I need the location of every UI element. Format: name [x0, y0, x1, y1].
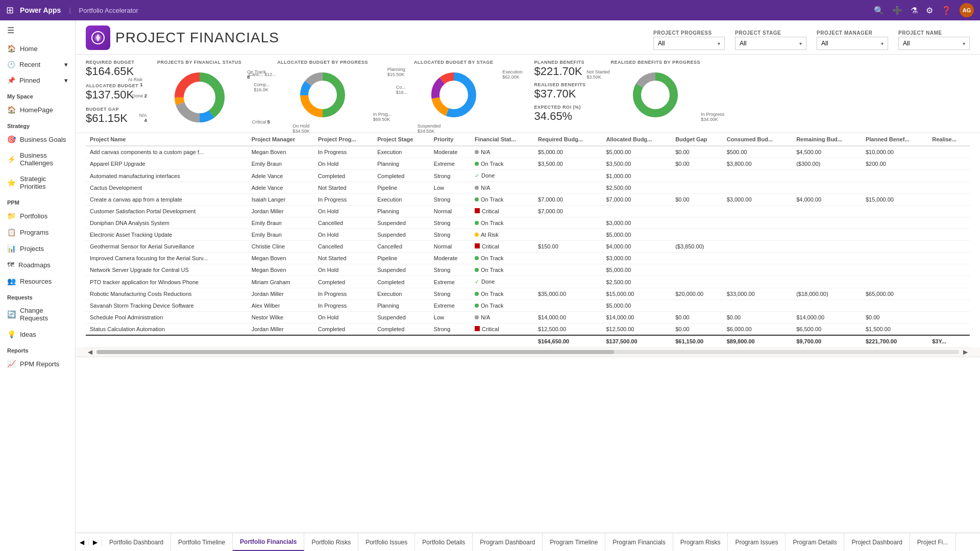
- tab-portfolio-risks[interactable]: Portfolio Risks: [304, 533, 358, 551]
- table-row[interactable]: Improved Camera focusing for the Aerial …: [86, 253, 970, 264]
- col-project-stage[interactable]: Project Stage: [373, 133, 430, 146]
- tab-portfolio-timeline[interactable]: Portfolio Timeline: [171, 533, 233, 551]
- tab-portfolio-issues[interactable]: Portfolio Issues: [358, 533, 415, 551]
- cell-project-name: Network Server Upgrade for Central US: [86, 264, 248, 276]
- col-remaining-budget[interactable]: Remaining Bud...: [792, 133, 862, 146]
- table-row[interactable]: Schedule Pool Administration Nestor Wilk…: [86, 312, 970, 323]
- table-row[interactable]: Customer Satisfaction Portal Development…: [86, 206, 970, 217]
- table-row[interactable]: Automated manufacturing interfaces Adele…: [86, 170, 970, 182]
- table-row[interactable]: Robotic Manufacturing Costs Reductions J…: [86, 288, 970, 300]
- cell-project-name: Create a canvas app from a template: [86, 194, 248, 206]
- sidebar-item-strategic-priorities[interactable]: ⭐ Strategic Priorities: [0, 171, 75, 194]
- tab-program-issues[interactable]: Program Issues: [728, 533, 786, 551]
- sidebar-item-home[interactable]: 🏠 Home: [0, 40, 75, 57]
- cell-consumed: [723, 217, 793, 229]
- col-project-name[interactable]: Project Name: [86, 133, 248, 146]
- project-manager-select[interactable]: All ▾: [817, 37, 888, 50]
- table-row[interactable]: Geothermal Sensor for Aerial Surveillanc…: [86, 241, 970, 253]
- col-allocated-budget[interactable]: Allocated Budg...: [602, 133, 671, 146]
- cell-progress: On Hold: [314, 312, 373, 323]
- sidebar-item-portfolios[interactable]: 📁 Portfolios: [0, 208, 75, 224]
- sidebar-item-pinned[interactable]: 📌Pinned ▾: [0, 72, 75, 88]
- cell-priority: Normal: [430, 241, 471, 253]
- col-realised[interactable]: Realise...: [928, 133, 970, 146]
- settings-icon[interactable]: ⚙: [926, 6, 933, 15]
- total-planned: $221,700.00: [862, 335, 928, 347]
- sidebar-item-homepage[interactable]: 🏠 HomePage: [0, 102, 75, 118]
- sidebar-item-business-challenges[interactable]: ⚡ Business Challenges: [0, 147, 75, 171]
- table-row[interactable]: Apparel ERP Upgrade Emily Braun On Hold …: [86, 158, 970, 170]
- search-icon[interactable]: 🔍: [874, 6, 884, 15]
- project-progress-select[interactable]: All ▾: [653, 37, 725, 50]
- cell-progress: Not Started: [314, 182, 373, 194]
- total-req-budget: $164,650.00: [534, 335, 602, 347]
- sidebar-item-resources[interactable]: 👥 Resources: [0, 273, 75, 289]
- sidebar-item-ideas[interactable]: 💡 Ideas: [0, 326, 75, 342]
- table-row[interactable]: Doniphan DNA Analysis System Emily Braun…: [86, 217, 970, 229]
- help-icon[interactable]: ❓: [941, 6, 951, 15]
- sidebar-item-programs[interactable]: 📋 Programs: [0, 224, 75, 240]
- cell-stage: Pipeline: [373, 253, 430, 264]
- cell-alloc-budget: $1,000.00: [602, 170, 671, 182]
- tab-program-risks[interactable]: Program Risks: [673, 533, 728, 551]
- table-row[interactable]: Status Calculation Automation Jordan Mil…: [86, 323, 970, 336]
- scroll-track[interactable]: [96, 350, 959, 354]
- col-consumed-budget[interactable]: Consumed Bud...: [723, 133, 793, 146]
- cell-req-budget: $7,000.00: [534, 194, 602, 206]
- pin-icon: 📌: [7, 77, 15, 84]
- col-priority[interactable]: Priority: [430, 133, 471, 146]
- filter-project-progress: PROJECT PROGRESS All ▾: [653, 30, 725, 50]
- avatar[interactable]: AG: [960, 3, 974, 17]
- table-row[interactable]: Network Server Upgrade for Central US Me…: [86, 264, 970, 276]
- cell-consumed: $3,000.00: [723, 194, 793, 206]
- tab-project-dashboard[interactable]: Project Dashboard: [844, 533, 910, 551]
- cell-remaining: [792, 241, 862, 253]
- cell-req-budget: $35,000.00: [534, 288, 602, 300]
- table-row[interactable]: Electronic Asset Tracking Update Emily B…: [86, 229, 970, 241]
- tab-program-timeline[interactable]: Program Timeline: [543, 533, 605, 551]
- waffle-icon[interactable]: ⊞: [6, 5, 14, 16]
- col-required-budget[interactable]: Required Budg...: [534, 133, 602, 146]
- tab-scroll-left[interactable]: ◀: [76, 539, 89, 546]
- table-row[interactable]: Cactus Development Adele Vance Not Start…: [86, 182, 970, 194]
- tab-portfolio-details[interactable]: Portfolio Details: [415, 533, 473, 551]
- ppm-label: PPM: [0, 194, 75, 208]
- sidebar-item-projects[interactable]: 📊 Projects: [0, 240, 75, 257]
- cell-manager: Emily Braun: [248, 217, 314, 229]
- tab-portfolio-financials[interactable]: Portfolio Financials: [233, 533, 304, 551]
- hamburger-menu[interactable]: ☰: [0, 20, 75, 40]
- table-row[interactable]: Add canvas components to a custom page f…: [86, 146, 970, 158]
- tab-portfolio-dashboard[interactable]: Portfolio Dashboard: [102, 533, 171, 551]
- project-stage-select[interactable]: All ▾: [735, 37, 806, 50]
- scroll-left-arrow[interactable]: ◀: [86, 348, 94, 356]
- sidebar-item-recent[interactable]: 🕐Recent ▾: [0, 57, 75, 72]
- project-name-select[interactable]: All ▾: [898, 37, 970, 50]
- col-project-progress[interactable]: Project Prog...: [314, 133, 373, 146]
- sidebar-item-business-goals[interactable]: 🎯 Business Goals: [0, 131, 75, 147]
- col-project-manager[interactable]: Project Manager: [248, 133, 314, 146]
- table-row[interactable]: Create a canvas app from a template Isai…: [86, 194, 970, 206]
- page-title-area: PROJECT FINANCIALS: [86, 26, 279, 50]
- add-icon[interactable]: ➕: [892, 6, 902, 15]
- sidebar-item-roadmaps[interactable]: 🗺 Roadmaps: [0, 257, 75, 273]
- cell-manager: Jordan Miller: [248, 288, 314, 300]
- budget-gap-kpi: BUDGET GAP $61.15K: [86, 107, 147, 125]
- col-planned-benefits[interactable]: Planned Benef...: [862, 133, 928, 146]
- tab-program-financials[interactable]: Program Financials: [605, 533, 673, 551]
- cell-gap: [671, 229, 722, 241]
- filter-icon[interactable]: ⚗: [911, 6, 918, 15]
- sidebar-item-change-requests[interactable]: 🔄 Change Requests: [0, 303, 75, 326]
- col-financial-status[interactable]: Financial Stat...: [471, 133, 534, 146]
- table-row[interactable]: Savanah Storm Tracking Device Software A…: [86, 300, 970, 312]
- tab-scroll-right[interactable]: ▶: [89, 539, 102, 546]
- cell-manager: Emily Braun: [248, 158, 314, 170]
- cell-alloc-budget: $12,500.00: [602, 323, 671, 336]
- col-budget-gap[interactable]: Budget Gap: [671, 133, 722, 146]
- tab-program-dashboard[interactable]: Program Dashboard: [473, 533, 543, 551]
- tab-program-details[interactable]: Program Details: [786, 533, 844, 551]
- scroll-right-arrow[interactable]: ▶: [961, 348, 970, 356]
- sidebar-item-ppm-reports[interactable]: 📈 PPM Reports: [0, 356, 75, 372]
- table-row[interactable]: PTO tracker application for Windows Phon…: [86, 276, 970, 288]
- tab-project-fi[interactable]: Project Fi...: [910, 533, 956, 551]
- cell-gap: [671, 300, 722, 312]
